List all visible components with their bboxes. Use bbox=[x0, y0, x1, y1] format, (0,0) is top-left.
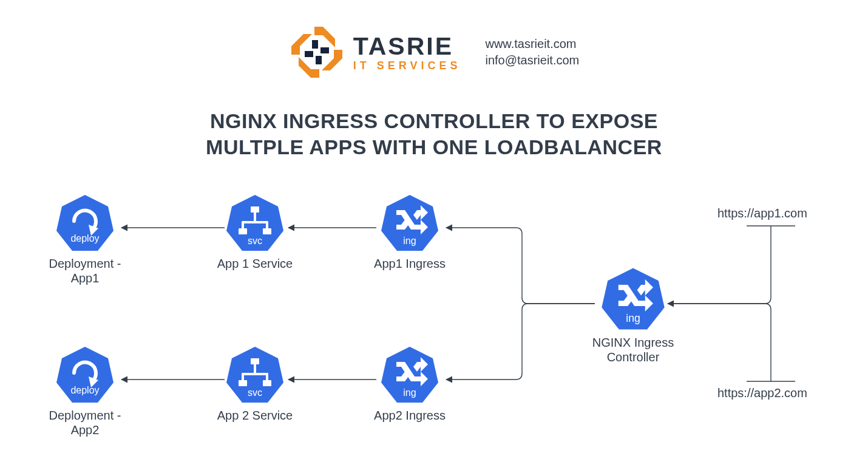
node-deployment-app1: Deployment - App1 bbox=[36, 193, 134, 285]
node-ingress-app2: App2 Ingress bbox=[361, 345, 458, 423]
node-label: App 1 Service bbox=[206, 256, 303, 271]
k8s-deploy-icon bbox=[55, 345, 115, 404]
url-app2: https://app2.com bbox=[717, 386, 807, 400]
url-app1: https://app1.com bbox=[717, 206, 807, 220]
node-label: App2 Ingress bbox=[361, 408, 458, 423]
k8s-ing-icon bbox=[600, 266, 666, 332]
k8s-ing-icon bbox=[379, 345, 440, 404]
node-label: App1 Ingress bbox=[361, 256, 458, 271]
node-service-app1: App 1 Service bbox=[206, 193, 303, 271]
node-label: Deployment - App2 bbox=[36, 408, 134, 437]
node-deployment-app2: Deployment - App2 bbox=[36, 345, 134, 437]
k8s-deploy-icon bbox=[55, 193, 115, 253]
k8s-svc-icon bbox=[225, 193, 285, 253]
node-ingress-app1: App1 Ingress bbox=[361, 193, 458, 271]
k8s-svc-icon bbox=[225, 345, 285, 404]
node-ingress-controller: NGINX Ingress Controller bbox=[581, 266, 685, 364]
node-label: Deployment - App1 bbox=[36, 256, 134, 285]
node-label: NGINX Ingress Controller bbox=[581, 335, 685, 364]
k8s-ing-icon bbox=[379, 193, 440, 253]
node-service-app2: App 2 Service bbox=[206, 345, 303, 423]
node-label: App 2 Service bbox=[206, 408, 303, 423]
